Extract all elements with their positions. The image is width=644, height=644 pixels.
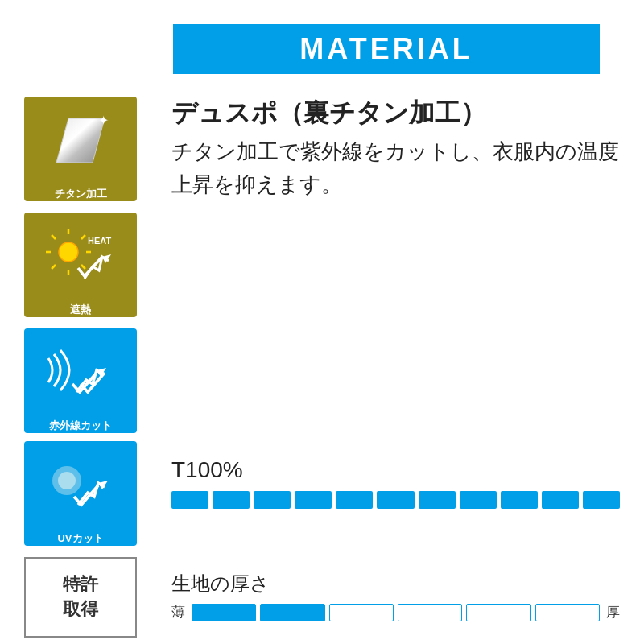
thick-seg-6	[535, 604, 600, 621]
heat-icon: HEAT	[24, 213, 137, 299]
material-desc: チタン加工で紫外線をカットし、衣服内の温度上昇を抑えます。	[171, 135, 620, 202]
svg-text:✦: ✦	[98, 114, 109, 127]
svg-point-15	[58, 472, 76, 489]
infrared-label: 赤外線カット	[49, 419, 112, 433]
svg-line-7	[52, 235, 56, 239]
patent-label: 特許取得	[63, 572, 98, 622]
uv-seg-3	[254, 491, 291, 509]
uv-seg-11	[583, 491, 620, 509]
bottom-icons: UVカット 特許取得	[24, 441, 149, 638]
uv-icon	[24, 441, 137, 528]
bottom-section: UVカット 特許取得 T100%	[24, 441, 620, 638]
thick-label: 厚	[606, 603, 620, 621]
material-label: MATERIAL	[299, 32, 473, 65]
uv-seg-6	[377, 491, 414, 509]
infrared-icon	[24, 328, 137, 415]
uv-seg-9	[501, 491, 538, 509]
titan-label: チタン加工	[55, 187, 107, 201]
uv-seg-7	[419, 491, 456, 509]
uv-seg-4	[295, 491, 332, 509]
heat-badge: HEAT 遮熱	[24, 213, 137, 317]
svg-point-2	[59, 242, 78, 262]
thick-seg-2	[260, 604, 324, 621]
svg-text:HEAT: HEAT	[88, 236, 111, 246]
infrared-badge: 赤外線カット	[24, 328, 137, 433]
content-column: デュスポ（裏チタン加工） チタン加工で紫外線をカットし、衣服内の温度上昇を抑えま…	[149, 97, 620, 433]
thickness-title: 生地の厚さ	[171, 571, 620, 597]
composition-section: T100%	[171, 457, 620, 509]
thin-label: 薄	[171, 603, 185, 621]
main-content: ✦ チタン加工	[24, 97, 620, 433]
patent-badge: 特許取得	[24, 557, 137, 638]
titan-badge: ✦ チタン加工	[24, 97, 137, 201]
material-header: MATERIAL	[173, 24, 600, 74]
svg-marker-12	[102, 254, 111, 263]
uv-progress-bar	[171, 491, 620, 509]
heat-label: 遮熱	[70, 303, 91, 317]
uv-label: UVカット	[57, 531, 103, 546]
composition-title: T100%	[171, 457, 620, 483]
svg-line-8	[81, 265, 85, 269]
svg-marker-0	[56, 118, 105, 163]
bottom-content: T100% 生地の厚さ	[149, 441, 620, 638]
svg-marker-16	[98, 481, 108, 489]
thick-seg-1	[192, 604, 256, 621]
material-section: デュスポ（裏チタン加工） チタン加工で紫外線をカットし、衣服内の温度上昇を抑えま…	[171, 97, 620, 202]
svg-line-9	[81, 235, 85, 239]
thickness-bar-row: 薄 厚	[171, 603, 620, 621]
titan-icon: ✦	[24, 97, 137, 184]
thickness-section: 生地の厚さ 薄 厚	[171, 571, 620, 621]
thickness-bar	[192, 604, 600, 621]
page-container: MATERIAL	[0, 0, 644, 644]
uv-badge: UVカット	[24, 441, 137, 546]
svg-line-10	[52, 265, 56, 269]
uv-seg-8	[460, 491, 497, 509]
uv-seg-1	[171, 491, 208, 509]
uv-seg-10	[542, 491, 579, 509]
uv-seg-5	[336, 491, 373, 509]
thick-seg-3	[329, 604, 394, 621]
thick-seg-5	[466, 604, 530, 621]
thick-seg-4	[398, 604, 462, 621]
material-title: デュスポ（裏チタン加工）	[171, 97, 620, 130]
uv-seg-2	[213, 491, 250, 509]
icons-column: ✦ チタン加工	[24, 97, 149, 433]
